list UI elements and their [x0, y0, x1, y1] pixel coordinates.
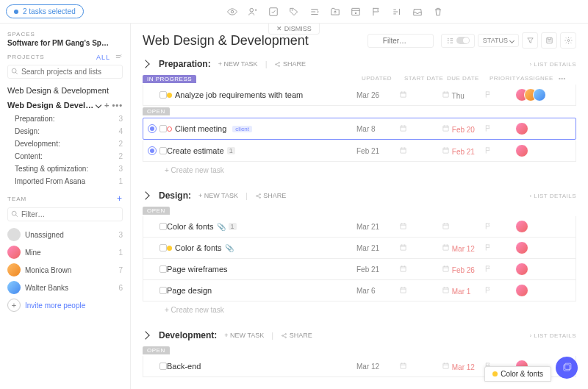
all-projects-link[interactable]: All [96, 54, 110, 61]
inbox-icon[interactable] [412, 7, 423, 17]
create-task-link[interactable]: + Create new task [143, 301, 576, 321]
checkbox[interactable] [159, 125, 167, 132]
chevron-right-icon[interactable] [141, 191, 149, 199]
project-sublist[interactable]: Content:2 [7, 150, 123, 163]
project-sublist[interactable]: Testing & optimization:3 [7, 163, 123, 175]
archive-icon[interactable] [351, 7, 361, 17]
space-breadcrumb[interactable]: Software for PM Gang's Sp… [7, 39, 123, 47]
due-date[interactable] [442, 222, 484, 232]
dismiss-button[interactable]: ✕ DISMISS [268, 24, 320, 35]
start-date[interactable] [399, 124, 442, 134]
start-date[interactable] [399, 90, 442, 100]
checkbox[interactable] [159, 223, 167, 230]
add-user-icon[interactable] [248, 7, 258, 17]
save-button[interactable] [541, 32, 557, 49]
folder-up-icon[interactable] [330, 7, 340, 17]
new-task-link[interactable]: + NEW TASK [218, 60, 258, 68]
chevron-right-icon[interactable] [141, 60, 149, 68]
share-link[interactable]: SHARE [281, 332, 312, 339]
due-date[interactable]: Mar 12 [442, 243, 484, 253]
checkbox[interactable] [159, 91, 167, 99]
priority[interactable] [484, 124, 515, 134]
checkbox[interactable] [159, 265, 167, 273]
share-link[interactable]: SHARE [274, 60, 306, 68]
list-details-link[interactable]: › LIST DETAILS [529, 61, 576, 68]
radio-icon[interactable] [148, 146, 157, 155]
priority[interactable] [484, 222, 515, 232]
start-date[interactable] [399, 286, 442, 296]
chevron-right-icon[interactable] [141, 331, 149, 339]
create-task-link[interactable]: + Create new task [143, 162, 576, 182]
assignees[interactable] [515, 284, 553, 297]
add-team-icon[interactable]: + [117, 193, 123, 204]
task-row[interactable]: Page design Mar 6 Mar 1 [143, 280, 576, 301]
task-row[interactable]: Color & fonts 📎 1 Mar 21 [143, 216, 576, 238]
eye-icon[interactable] [227, 7, 237, 17]
checkbox[interactable] [159, 363, 167, 370]
projects-search-input[interactable] [7, 65, 123, 79]
checkbox[interactable] [159, 244, 167, 251]
team-member[interactable]: Mine1 [7, 243, 123, 261]
status-filter[interactable]: STATUS [478, 34, 519, 47]
list-details-link[interactable]: › LIST DETAILS [529, 332, 576, 339]
new-task-link[interactable]: + NEW TASK [224, 332, 264, 339]
priority[interactable] [484, 90, 515, 100]
project-sublist[interactable]: Development:2 [7, 138, 123, 150]
start-date[interactable] [399, 222, 442, 232]
checkbox[interactable] [159, 287, 167, 294]
share-link[interactable]: SHARE [255, 192, 287, 199]
priority[interactable] [484, 243, 515, 253]
team-member[interactable]: Unassigned3 [7, 226, 123, 243]
project-sublist[interactable]: Preparation:3 [7, 113, 123, 125]
task-row[interactable]: Client meeting client Mar 8 Feb 20 [143, 118, 576, 140]
start-date[interactable] [399, 146, 442, 156]
assignees[interactable] [515, 263, 553, 276]
priority[interactable] [484, 146, 515, 156]
filter-input[interactable] [368, 34, 434, 48]
list-toggle[interactable] [441, 34, 475, 48]
radio-icon[interactable] [148, 124, 157, 133]
tag-icon[interactable] [289, 7, 299, 17]
task-row[interactable]: Page wireframes Feb 21 Feb 26 [143, 259, 576, 280]
invite-link[interactable]: + Invite more people [7, 296, 123, 314]
fab-button[interactable] [556, 357, 578, 379]
due-date[interactable]: Feb 21 [442, 146, 484, 156]
collapse-icon[interactable] [115, 53, 123, 61]
priority[interactable] [484, 265, 515, 274]
assignees[interactable] [515, 241, 553, 254]
assignees[interactable] [515, 220, 553, 233]
team-member[interactable]: Monica Brown7 [7, 261, 123, 279]
project-sublist[interactable]: Imported From Asana1 [7, 175, 123, 188]
task-row[interactable]: Color & fonts 📎 Mar 21 Mar 12 [143, 238, 576, 259]
start-date[interactable] [399, 265, 442, 274]
settings-button[interactable] [560, 32, 576, 49]
due-date[interactable]: Feb 26 [442, 265, 484, 274]
list-details-link[interactable]: › LIST DETAILS [529, 193, 576, 199]
project-sublist[interactable]: Design:4 [7, 125, 123, 138]
assignees[interactable] [515, 144, 553, 157]
assignees[interactable] [515, 88, 553, 101]
selection-pill[interactable]: 2 tasks selected [6, 4, 84, 18]
assignees[interactable] [515, 122, 553, 135]
priority[interactable] [484, 286, 515, 296]
task-row[interactable]: Analyze job requirements with team Mar 2… [143, 85, 576, 106]
flag-icon[interactable] [371, 7, 381, 17]
team-member[interactable]: Walter Banks6 [7, 279, 123, 296]
start-date[interactable] [399, 243, 442, 253]
redistribute-icon[interactable] [392, 7, 402, 17]
due-date[interactable]: Feb 20 [442, 124, 484, 134]
indent-icon[interactable] [309, 7, 320, 17]
due-date[interactable]: Mar 12 [442, 362, 484, 371]
checkbox[interactable] [159, 147, 167, 154]
trash-icon[interactable] [433, 7, 443, 17]
team-filter-input[interactable] [7, 207, 123, 221]
checklist-icon[interactable] [268, 7, 279, 17]
task-row[interactable]: Create estimate 1 Feb 21 Feb 21 [143, 140, 576, 162]
filter-button[interactable] [522, 32, 538, 49]
minimized-panel[interactable]: Color & fonts [484, 366, 551, 382]
start-date[interactable] [399, 362, 442, 371]
due-date[interactable]: Thu [442, 90, 484, 100]
due-date[interactable]: Mar 1 [442, 286, 484, 296]
project-item[interactable]: Web Design & Development [7, 83, 123, 98]
new-task-link[interactable]: + NEW TASK [198, 192, 238, 199]
